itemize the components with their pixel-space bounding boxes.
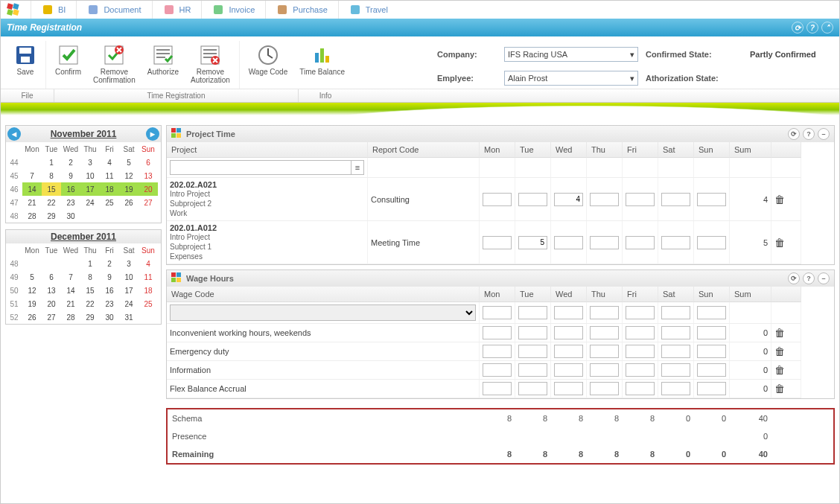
hours-input[interactable] [590, 236, 619, 249]
calendar-day[interactable]: 25 [100, 196, 119, 209]
hours-input[interactable] [661, 193, 690, 206]
hours-input[interactable] [626, 326, 655, 339]
calendar-day[interactable]: 4 [139, 257, 158, 270]
calendar-day[interactable]: 7 [22, 169, 42, 182]
topnav-item-travel[interactable]: Travel [338, 1, 398, 19]
calendar-day[interactable]: 6 [139, 156, 158, 169]
save-button[interactable]: Save [8, 41, 42, 89]
calendar-day[interactable]: 1 [42, 156, 61, 169]
hours-input[interactable] [590, 345, 619, 358]
hours-input[interactable] [554, 345, 583, 358]
hours-input[interactable] [697, 236, 726, 249]
hours-input[interactable] [661, 236, 690, 249]
calendar-day[interactable]: 8 [80, 270, 100, 284]
calendar-day[interactable]: 23 [100, 297, 119, 310]
hours-input[interactable] [483, 326, 512, 339]
employee-select[interactable]: Alain Prost▾ [504, 71, 638, 86]
topnav-item-hr[interactable]: HR [152, 1, 202, 19]
delete-row-button[interactable]: 🗑 [774, 383, 785, 395]
hours-input[interactable] [554, 193, 583, 206]
help-icon[interactable]: ? [803, 272, 815, 284]
calendar-day[interactable]: 30 [61, 209, 80, 223]
hours-input[interactable] [483, 193, 512, 206]
hours-input[interactable] [697, 382, 726, 395]
collapse-icon[interactable]: ˄ [821, 22, 833, 34]
calendar-prev-button[interactable]: ◄ [7, 127, 21, 141]
hours-input[interactable] [483, 345, 512, 358]
calendar-day[interactable]: 9 [100, 270, 119, 284]
calendar-day[interactable]: 11 [139, 270, 158, 284]
remove-authorization-button[interactable]: RemoveAutorization [185, 41, 236, 89]
hours-input[interactable] [626, 363, 655, 377]
help-icon[interactable]: ? [803, 128, 815, 140]
calendar-day[interactable]: 27 [42, 310, 61, 324]
calendar-day[interactable]: 10 [80, 169, 100, 182]
calendar-day[interactable]: 12 [22, 284, 42, 297]
project-picker-button[interactable]: ≡ [351, 160, 364, 175]
calendar-day[interactable]: 18 [100, 182, 119, 196]
time-balance-button[interactable]: Time Balance [293, 41, 351, 89]
calendar-day[interactable]: 17 [119, 284, 139, 297]
calendar-day[interactable]: 14 [61, 284, 80, 297]
topnav-item-invoice[interactable]: Invoice [201, 1, 265, 19]
hours-input[interactable] [626, 306, 655, 319]
calendar-day[interactable]: 18 [139, 284, 158, 297]
calendar-day[interactable]: 9 [61, 169, 80, 182]
calendar-day[interactable]: 11 [100, 169, 119, 182]
wage-code-select[interactable] [170, 304, 476, 321]
calendar-day[interactable]: 20 [42, 297, 61, 310]
hours-input[interactable] [518, 306, 547, 319]
calendar-day[interactable]: 31 [119, 310, 139, 324]
calendar-next-button[interactable]: ► [146, 127, 159, 141]
calendar-day[interactable]: 19 [119, 182, 139, 196]
hours-input[interactable] [554, 382, 583, 395]
calendar-day[interactable]: 22 [80, 297, 100, 310]
hours-input[interactable] [483, 306, 512, 319]
delete-row-button[interactable]: 🗑 [774, 345, 785, 357]
delete-row-button[interactable]: 🗑 [774, 237, 785, 249]
calendar-day[interactable]: 13 [139, 169, 158, 182]
calendar-day[interactable]: 7 [61, 270, 80, 284]
topnav-item-bi[interactable]: BI [31, 1, 76, 19]
calendar-day[interactable]: 21 [22, 196, 42, 209]
topnav-item-purchase[interactable]: Purchase [265, 1, 337, 19]
hours-input[interactable] [626, 345, 655, 358]
remove-confirmation-button[interactable]: RemoveConfirmation [87, 41, 141, 89]
hours-input[interactable] [590, 363, 619, 377]
calendar-day[interactable]: 16 [61, 182, 80, 196]
calendar-day[interactable]: 1 [80, 257, 100, 270]
hours-input[interactable] [626, 236, 655, 249]
hours-input[interactable] [661, 345, 690, 358]
hours-input[interactable] [697, 326, 726, 339]
calendar-day[interactable]: 14 [22, 182, 42, 196]
hours-input[interactable] [697, 193, 726, 206]
minimize-icon[interactable]: – [818, 128, 830, 140]
calendar-day[interactable]: 26 [22, 310, 42, 324]
hours-input[interactable] [518, 193, 547, 206]
calendar-day[interactable]: 2 [100, 257, 119, 270]
calendar-day[interactable]: 28 [22, 209, 42, 223]
hours-input[interactable] [661, 306, 690, 319]
hours-input[interactable] [590, 306, 619, 319]
hours-input[interactable] [661, 382, 690, 395]
hours-input[interactable] [661, 363, 690, 377]
calendar-day[interactable]: 25 [139, 297, 158, 310]
refresh-icon[interactable]: ⟳ [788, 128, 800, 140]
hours-input[interactable] [626, 193, 655, 206]
calendar-day[interactable]: 29 [80, 310, 100, 324]
wage-code-button[interactable]: Wage Code [243, 41, 293, 89]
calendar-day[interactable]: 5 [22, 270, 42, 284]
hours-input[interactable] [697, 345, 726, 358]
calendar-day[interactable]: 8 [42, 169, 61, 182]
hours-input[interactable] [518, 345, 547, 358]
hours-input[interactable] [590, 193, 619, 206]
calendar-day[interactable]: 17 [80, 182, 100, 196]
delete-row-button[interactable]: 🗑 [774, 364, 785, 376]
delete-row-button[interactable]: 🗑 [774, 327, 785, 339]
calendar-day[interactable]: 15 [80, 284, 100, 297]
calendar-day[interactable]: 16 [100, 284, 119, 297]
help-icon[interactable]: ? [806, 22, 818, 34]
calendar-day[interactable]: 27 [139, 196, 158, 209]
calendar-day[interactable]: 2 [61, 156, 80, 169]
refresh-icon[interactable]: ⟳ [792, 22, 804, 34]
